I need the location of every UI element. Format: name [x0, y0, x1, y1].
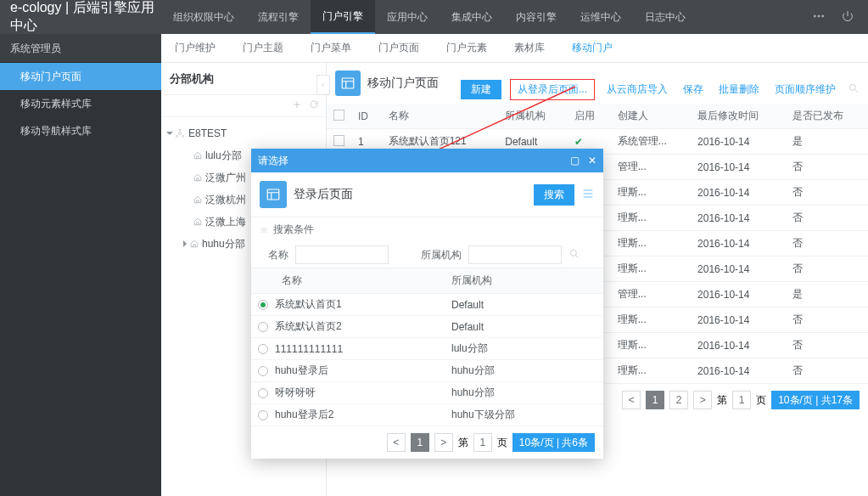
search-conditions[interactable]: 搜索条件 — [251, 217, 603, 242]
pager-label: 第 — [458, 436, 468, 450]
row-radio[interactable] — [258, 344, 268, 354]
pager-label: 页 — [497, 436, 507, 450]
modal-row[interactable]: huhu登录后2huhu下级分部 — [251, 404, 603, 426]
row-radio[interactable] — [258, 322, 268, 332]
select-modal: 请选择 ▢ ✕ 登录后页面 搜索 搜索条件 名称 所属机构 名称 所属机构 系统… — [251, 149, 603, 459]
row-radio[interactable] — [258, 388, 268, 398]
modal-title: 登录后页面 — [294, 187, 534, 202]
list-view-icon[interactable] — [574, 187, 595, 203]
pager-info: 10条/页 | 共6条 — [512, 433, 595, 452]
modal-rows: 系统默认首页1Default系统默认首页2Default111111111111… — [251, 294, 603, 426]
modal-header[interactable]: 请选择 ▢ ✕ — [251, 149, 603, 172]
org-filter-input[interactable] — [468, 245, 562, 264]
close-icon[interactable]: ✕ — [588, 155, 596, 166]
col-name: 名称 — [275, 268, 445, 293]
modal-row[interactable]: huhu登录后huhu分部 — [251, 360, 603, 382]
pager-page[interactable]: 1 — [411, 433, 429, 452]
modal-search-button[interactable]: 搜索 — [534, 184, 574, 206]
org-filter-label: 所属机构 — [421, 248, 462, 262]
modal-backdrop: 请选择 ▢ ✕ 登录后页面 搜索 搜索条件 名称 所属机构 名称 所属机构 系统… — [0, 0, 868, 496]
svg-rect-10 — [267, 189, 279, 200]
maximize-icon[interactable]: ▢ — [570, 155, 580, 166]
pager-jump-input[interactable]: 1 — [473, 433, 492, 452]
pager-prev[interactable]: < — [387, 433, 406, 452]
row-radio[interactable] — [258, 300, 268, 310]
cond-label: 搜索条件 — [273, 223, 314, 237]
modal-table-header: 名称 所属机构 — [251, 268, 603, 294]
name-filter-input[interactable] — [295, 245, 389, 264]
filter-row: 名称 所属机构 — [251, 242, 603, 268]
modal-pager: <1>第1页10条/页 | 共6条 — [251, 426, 603, 459]
modal-title-bar: 请选择 — [258, 154, 288, 168]
row-radio[interactable] — [258, 410, 268, 420]
col-org: 所属机构 — [445, 268, 499, 293]
name-filter-label: 名称 — [260, 248, 288, 262]
modal-row[interactable]: 111111111111lulu分部 — [251, 338, 603, 360]
modal-row[interactable]: 呀呀呀呀huhu分部 — [251, 382, 603, 404]
org-search-icon[interactable] — [568, 248, 580, 262]
modal-row[interactable]: 系统默认首页2Default — [251, 316, 603, 338]
svg-point-11 — [570, 250, 576, 256]
modal-page-icon — [260, 181, 287, 208]
row-radio[interactable] — [258, 366, 268, 376]
modal-row[interactable]: 系统默认首页1Default — [251, 294, 603, 316]
pager-next[interactable]: > — [434, 433, 453, 452]
